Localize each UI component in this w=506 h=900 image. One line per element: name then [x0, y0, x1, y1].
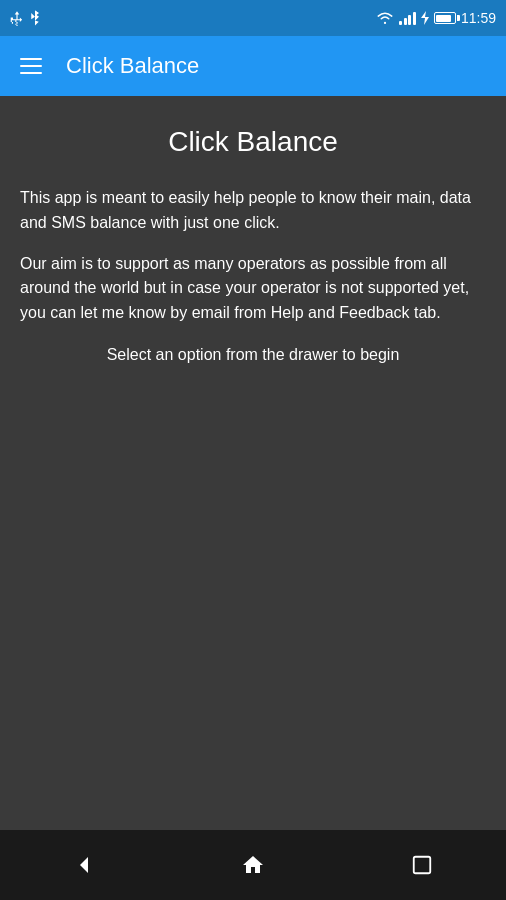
app-bar-title: Click Balance — [66, 53, 199, 79]
svg-marker-0 — [31, 11, 39, 21]
page-heading: Click Balance — [20, 126, 486, 158]
signal-bars — [399, 11, 416, 25]
bluetooth-icon — [30, 10, 40, 26]
status-bar-right: 11:59 — [376, 10, 496, 26]
charging-icon — [421, 11, 429, 25]
description-paragraph-2: Our aim is to support as many operators … — [20, 252, 486, 326]
nav-bar — [0, 830, 506, 900]
description-paragraph-1: This app is meant to easily help people … — [20, 186, 486, 236]
status-bar: 11:59 — [0, 0, 506, 36]
status-time: 11:59 — [461, 10, 496, 26]
nav-recents-button[interactable] — [397, 840, 447, 890]
app-bar: Click Balance — [0, 36, 506, 96]
wifi-icon — [376, 11, 394, 25]
battery-icon — [434, 12, 456, 24]
status-bar-left — [10, 10, 40, 26]
usb-icon — [10, 10, 24, 26]
nav-home-button[interactable] — [228, 840, 278, 890]
svg-marker-1 — [421, 11, 429, 25]
cta-text: Select an option from the drawer to begi… — [20, 346, 486, 364]
main-content: Click Balance This app is meant to easil… — [0, 96, 506, 830]
svg-rect-3 — [413, 857, 430, 874]
hamburger-menu-button[interactable] — [16, 54, 46, 78]
nav-back-button[interactable] — [59, 840, 109, 890]
svg-marker-2 — [80, 857, 88, 873]
